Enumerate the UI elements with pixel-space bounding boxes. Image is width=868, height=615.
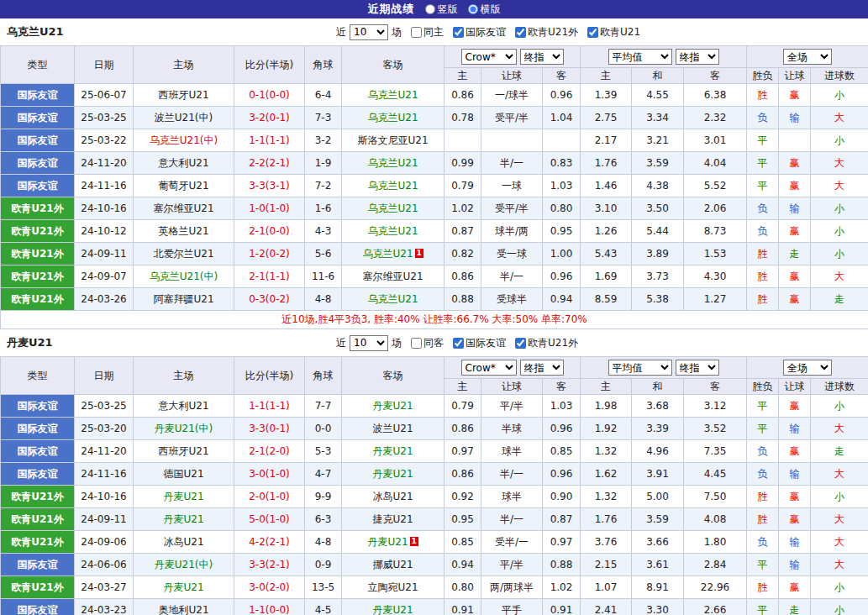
away-team[interactable]: 冰岛U21 (342, 486, 445, 508)
avg-source-select[interactable]: 平均值 (608, 49, 672, 65)
away-team[interactable]: 乌克兰U21 (342, 175, 445, 197)
home-team[interactable]: 丹麦U21 (134, 508, 234, 531)
filter-checkbox[interactable] (587, 27, 598, 38)
result-handicap: 输 (779, 197, 811, 220)
away-team[interactable]: 波兰U21 (342, 418, 445, 440)
odds-time-select[interactable]: 终指 (520, 360, 564, 376)
home-team[interactable]: 葡萄牙U21 (134, 175, 234, 197)
odds-company-select[interactable]: Crow* (461, 360, 517, 376)
home-team[interactable]: 丹麦U21(中) (134, 554, 234, 576)
away-team[interactable]: 丹麦U211 (342, 531, 445, 554)
match-count-select[interactable]: 10 (350, 335, 388, 351)
away-team[interactable]: 丹麦U21 (342, 599, 445, 615)
away-team[interactable]: 捷克U21 (342, 508, 445, 531)
match-count-select[interactable]: 10 (350, 24, 388, 40)
column-header: 进球数 (811, 68, 868, 84)
scope-select[interactable]: 全场 (783, 360, 832, 376)
match-date: 24-10-12 (75, 220, 134, 243)
avg-odds-home: 1.69 (581, 265, 632, 288)
league-type-badge: 国际友谊 (1, 440, 75, 463)
home-team[interactable]: 丹麦U21 (134, 486, 234, 508)
layout-radio-vertical[interactable] (425, 4, 435, 14)
away-team[interactable]: 挪威U21 (342, 554, 445, 576)
home-team[interactable]: 冰岛U21 (134, 531, 234, 554)
away-team-name: 乌克兰U21 (367, 202, 418, 214)
avg-odds-away: 2.84 (684, 554, 747, 576)
result-handicap (779, 129, 811, 152)
column-header: 比分(半场) (234, 357, 305, 395)
avg-odds-draw: 5.44 (632, 220, 684, 243)
avg-odds-draw: 8.91 (632, 576, 684, 599)
odds-time-select[interactable]: 终指 (520, 49, 564, 65)
avg-time-select[interactable]: 终指 (676, 49, 719, 65)
filter-checkbox[interactable] (411, 27, 422, 38)
handicap-odds-home: 0.86 (445, 463, 481, 486)
away-team[interactable]: 乌克兰U211 (342, 243, 445, 265)
away-team[interactable]: 斯洛文尼亚U21 (342, 129, 445, 152)
away-team[interactable]: 乌克兰U21 (342, 220, 445, 243)
avg-odds-away: 4.04 (684, 152, 747, 175)
table-row: 欧青U21外24-09-06冰岛U214-2(2-1)4-8丹麦U2110.85… (1, 531, 868, 554)
scope-select[interactable]: 全场 (783, 49, 832, 65)
avg-odds-away: 2.06 (684, 197, 747, 220)
result-wdl: 负 (747, 531, 779, 554)
home-team[interactable]: 意大利U21 (134, 152, 234, 175)
avg-odds-draw: 3.59 (632, 508, 684, 531)
odds-company-select[interactable]: Crow* (461, 49, 517, 65)
avg-odds-home: 1.32 (581, 440, 632, 463)
home-team[interactable]: 英格兰U21 (134, 220, 234, 243)
home-team[interactable]: 西班牙U21 (134, 84, 234, 107)
handicap-line: 两/两球半 (481, 576, 543, 599)
home-team[interactable]: 波兰U21(中) (134, 107, 234, 129)
away-team[interactable]: 乌克兰U21 (342, 288, 445, 311)
result-wdl: 负 (747, 197, 779, 220)
corner-score: 6-3 (305, 508, 342, 531)
column-header: 和 (632, 68, 684, 84)
away-team[interactable]: 立陶宛U21 (342, 576, 445, 599)
result-wdl: 负 (747, 107, 779, 129)
home-team[interactable]: 西班牙U21 (134, 440, 234, 463)
away-team[interactable]: 乌克兰U21 (342, 84, 445, 107)
filter-checkbox[interactable] (453, 338, 464, 349)
match-score: 2-1(2-0) (234, 440, 305, 463)
home-team[interactable]: 奥地利U21 (134, 599, 234, 615)
away-team[interactable]: 丹麦U21 (342, 440, 445, 463)
home-team-name: 奥地利U21 (158, 604, 208, 615)
home-team[interactable]: 德国U21 (134, 463, 234, 486)
filter-checkbox[interactable] (515, 27, 526, 38)
home-team[interactable]: 丹麦U21(中) (134, 418, 234, 440)
avg-odds-home: 1.32 (581, 486, 632, 508)
filter-checkbox[interactable] (515, 338, 526, 349)
result-handicap: 赢 (779, 508, 811, 531)
away-team[interactable]: 乌克兰U21 (342, 197, 445, 220)
away-team[interactable]: 丹麦U21 (342, 463, 445, 486)
home-team[interactable]: 阿塞拜疆U21 (134, 288, 234, 311)
avg-source-select[interactable]: 平均值 (608, 360, 672, 376)
filter-option: 欧青U21 (587, 25, 640, 39)
filter-checkbox[interactable] (453, 27, 464, 38)
layout-radio-horizontal[interactable] (468, 4, 478, 14)
away-team-name: 乌克兰U21 (367, 89, 418, 101)
table-row: 欧青U21外24-09-11丹麦U215-0(1-0)6-3捷克U210.95半… (1, 508, 868, 531)
home-team[interactable]: 意大利U21 (134, 395, 234, 418)
home-team[interactable]: 乌克兰U21(中) (134, 265, 234, 288)
away-team[interactable]: 塞尔维亚U21 (342, 265, 445, 288)
avg-time-select[interactable]: 终指 (676, 360, 719, 376)
result-wdl: 负 (747, 463, 779, 486)
away-team[interactable]: 乌克兰U21 (342, 107, 445, 129)
team-name: 丹麦U21 (7, 335, 53, 350)
away-team[interactable]: 乌克兰U21 (342, 152, 445, 175)
filter-option: 同主 (411, 25, 444, 39)
home-team[interactable]: 塞尔维亚U21 (134, 197, 234, 220)
away-team[interactable]: 丹麦U21 (342, 395, 445, 418)
home-team[interactable]: 北爱尔兰U21 (134, 243, 234, 265)
filter-checkbox[interactable] (411, 338, 422, 349)
handicap-odds-away: 0.91 (543, 599, 581, 615)
league-type-badge: 国际友谊 (1, 395, 75, 418)
layout-radio-horizontal-label: 横版 (481, 3, 501, 17)
result-goals: 大 (811, 152, 868, 175)
home-team[interactable]: 丹麦U21 (134, 576, 234, 599)
handicap-line: 球半 (481, 440, 543, 463)
home-team[interactable]: 乌克兰U21(中) (134, 129, 234, 152)
league-type-badge: 欧青U21外 (1, 531, 75, 554)
